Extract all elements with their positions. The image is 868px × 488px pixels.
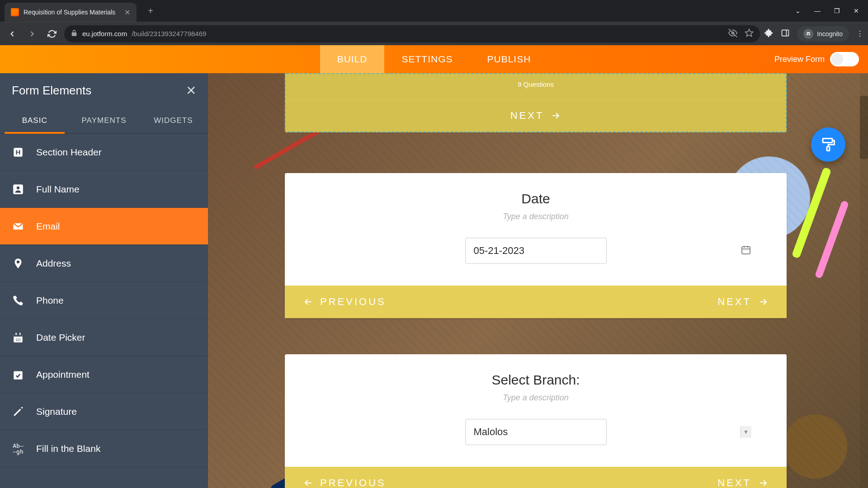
- element-label: Address: [36, 258, 71, 269]
- sidebar-title: Form Elements: [12, 84, 91, 98]
- question-count: 9 Questions: [286, 74, 786, 99]
- close-window-icon[interactable]: ✕: [854, 7, 859, 14]
- close-sidebar-icon[interactable]: ✕: [186, 83, 196, 98]
- svg-marker-2: [745, 29, 753, 37]
- svg-rect-14: [19, 333, 20, 335]
- svg-rect-12: [14, 334, 23, 336]
- element-phone[interactable]: Phone: [0, 282, 208, 319]
- url-field[interactable]: eu.jotform.com/build/231393247798469: [64, 25, 760, 42]
- arrow-left-icon: [303, 478, 314, 488]
- browser-tab-strip: Requisition of Supplies Materials ✕ + ⌄ …: [0, 0, 868, 22]
- element-full-name[interactable]: Full Name: [0, 171, 208, 208]
- element-label: Section Header: [36, 147, 102, 158]
- date-next-button[interactable]: NEXT: [717, 296, 769, 308]
- welcome-card[interactable]: 9 Questions NEXT: [285, 73, 787, 132]
- star-icon[interactable]: [745, 28, 754, 39]
- calendar-icon: 10: [11, 330, 25, 345]
- svg-rect-3: [782, 30, 789, 36]
- extensions-icon[interactable]: [764, 28, 774, 39]
- reload-button[interactable]: [44, 26, 60, 42]
- branch-nav-bar: PREVIOUS NEXT: [285, 467, 787, 488]
- svg-point-6: [809, 33, 811, 35]
- forward-button[interactable]: [24, 26, 40, 42]
- paint-roller-icon: [820, 136, 836, 153]
- element-label: Email: [36, 221, 60, 232]
- element-label: Signature: [36, 406, 77, 417]
- new-tab-button[interactable]: +: [144, 4, 157, 18]
- branch-previous-button[interactable]: PREVIOUS: [303, 477, 386, 488]
- form-designer-fab[interactable]: [811, 127, 845, 162]
- element-label: Full Name: [36, 184, 80, 195]
- svg-rect-16: [14, 371, 23, 379]
- incognito-icon: [803, 29, 813, 39]
- tab-title: Requisition of Supplies Materials: [24, 9, 115, 16]
- back-button[interactable]: [5, 26, 20, 42]
- branch-card[interactable]: Select Branch: Type a description ▼ PREV…: [285, 354, 787, 488]
- jotform-favicon: [11, 8, 19, 16]
- svg-point-10: [17, 186, 20, 189]
- svg-text:H: H: [16, 148, 21, 156]
- svg-rect-17: [742, 247, 750, 254]
- element-fill-blank[interactable]: Ab——gh Fill in the Blank: [0, 430, 208, 467]
- form-elements-sidebar: Form Elements ✕ BASIC PAYMENTS WIDGETS H…: [0, 73, 208, 488]
- date-card[interactable]: Date Type a description PR: [285, 173, 787, 318]
- maximize-icon[interactable]: ❐: [834, 7, 840, 14]
- element-address[interactable]: Address: [0, 245, 208, 282]
- preview-form-label: Preview Form: [774, 55, 825, 64]
- side-panel-icon[interactable]: [781, 28, 790, 39]
- arrow-right-icon: [758, 296, 769, 307]
- eye-off-icon[interactable]: [728, 28, 737, 39]
- branch-next-button[interactable]: NEXT: [717, 477, 769, 488]
- preview-toggle[interactable]: [830, 52, 859, 66]
- branch-title[interactable]: Select Branch:: [312, 372, 760, 388]
- browser-tab[interactable]: Requisition of Supplies Materials ✕: [5, 3, 137, 22]
- dropdown-caret-icon[interactable]: ▼: [740, 426, 751, 438]
- svg-rect-0: [12, 9, 18, 15]
- build-canvas: 9 Questions NEXT Date Type a description: [208, 73, 868, 488]
- tab-settings[interactable]: SETTINGS: [384, 45, 470, 73]
- envelope-icon: [11, 219, 25, 234]
- branch-select[interactable]: [465, 419, 607, 445]
- kebab-menu-icon[interactable]: ⋮: [856, 29, 863, 38]
- url-path: /build/231393247798469: [132, 30, 206, 38]
- element-date-picker[interactable]: 10 Date Picker: [0, 319, 208, 356]
- element-email[interactable]: Email: [0, 208, 208, 245]
- incognito-badge[interactable]: Incognito: [797, 26, 849, 42]
- element-label: Date Picker: [36, 332, 85, 343]
- sidebar-tab-payments[interactable]: PAYMENTS: [69, 108, 138, 133]
- lock-icon: [71, 29, 78, 38]
- sidebar-tab-widgets[interactable]: WIDGETS: [139, 108, 208, 133]
- date-previous-button[interactable]: PREVIOUS: [303, 296, 386, 308]
- welcome-next-button[interactable]: NEXT: [286, 99, 786, 131]
- element-label: Appointment: [36, 369, 90, 380]
- address-bar: eu.jotform.com/build/231393247798469 Inc…: [0, 22, 868, 45]
- element-label: Fill in the Blank: [36, 443, 100, 454]
- sidebar-tab-basic[interactable]: BASIC: [0, 108, 69, 133]
- svg-point-5: [807, 33, 808, 35]
- canvas-scrollbar[interactable]: [860, 73, 868, 488]
- minimize-icon[interactable]: ―: [814, 7, 821, 14]
- element-section-header[interactable]: H Section Header: [0, 134, 208, 171]
- incognito-label: Incognito: [817, 30, 843, 38]
- date-description[interactable]: Type a description: [312, 212, 760, 221]
- date-input[interactable]: [465, 238, 607, 264]
- arrow-left-icon: [303, 296, 314, 307]
- person-icon: [11, 182, 25, 197]
- date-title[interactable]: Date: [312, 191, 760, 206]
- calendar-picker-icon[interactable]: [741, 244, 751, 257]
- fill-blank-icon: Ab——gh: [11, 441, 25, 456]
- pen-icon: [11, 404, 25, 419]
- arrow-right-icon: [550, 110, 561, 121]
- element-appointment[interactable]: Appointment: [0, 356, 208, 393]
- app-header: BUILD SETTINGS PUBLISH Preview Form: [0, 45, 868, 73]
- tab-build[interactable]: BUILD: [320, 45, 385, 73]
- branch-description[interactable]: Type a description: [312, 393, 760, 403]
- tab-publish[interactable]: PUBLISH: [470, 45, 548, 73]
- location-icon: [11, 256, 25, 271]
- svg-rect-21: [823, 139, 832, 143]
- element-signature[interactable]: Signature: [0, 393, 208, 430]
- close-tab-icon[interactable]: ✕: [124, 8, 130, 17]
- url-domain: eu.jotform.com: [82, 30, 127, 38]
- tab-search-icon[interactable]: ⌄: [795, 7, 801, 14]
- element-label: Phone: [36, 295, 64, 306]
